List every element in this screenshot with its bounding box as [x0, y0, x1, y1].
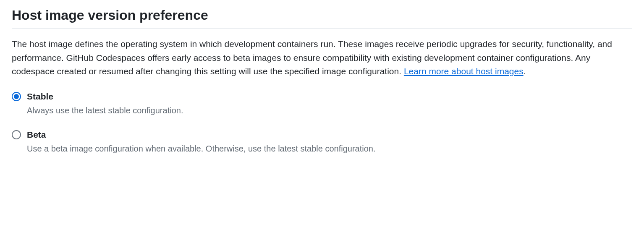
radio-text: Beta Use a beta image configuration when…	[27, 128, 376, 155]
radio-desc-beta: Use a beta image configuration when avai…	[27, 142, 376, 155]
radio-desc-stable: Always use the latest stable configurati…	[27, 104, 183, 117]
radio-input-beta[interactable]	[12, 130, 21, 139]
learn-more-link[interactable]: Learn more about host images	[404, 66, 524, 76]
host-image-radio-group: Stable Always use the latest stable conf…	[12, 90, 632, 155]
radio-option-stable[interactable]: Stable Always use the latest stable conf…	[12, 90, 632, 117]
radio-input-wrap	[12, 128, 21, 139]
radio-label-beta[interactable]: Beta	[27, 128, 376, 141]
section-description: The host image defines the operating sys…	[12, 37, 632, 78]
radio-option-beta[interactable]: Beta Use a beta image configuration when…	[12, 128, 632, 155]
radio-input-wrap	[12, 90, 21, 101]
trailing-punct: .	[524, 66, 526, 76]
radio-label-stable[interactable]: Stable	[27, 90, 183, 102]
section-title: Host image version preference	[12, 7, 632, 29]
radio-text: Stable Always use the latest stable conf…	[27, 90, 183, 117]
radio-input-stable[interactable]	[12, 92, 21, 101]
